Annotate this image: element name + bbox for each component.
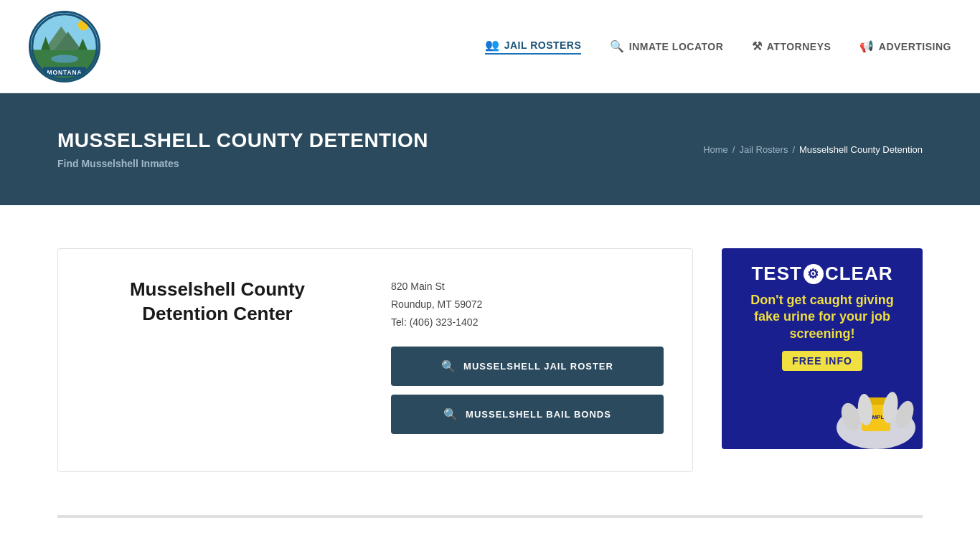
facility-card: Musselshell County Detention Center 820 … [57,248,693,472]
ad-gear-icon: ⚙ [804,264,824,284]
nav-advertising[interactable]: 📢 ADVERTISING [859,39,951,53]
breadcrumb-home[interactable]: Home [703,144,728,155]
search-icon-roster: 🔍 [441,359,456,373]
logo-area: MONTANA [29,11,100,83]
facility-name: Musselshell County Detention Center [87,278,348,326]
bottom-divider [57,515,923,518]
ad-panel[interactable]: TEST⚙CLEAR Don't get caught giving fake … [722,248,923,449]
main-nav: 👥 JAIL ROSTERS 🔍 INMATE LOCATOR ⚒ ATTORN… [485,38,951,55]
ad-hand-illustration: SAMPLE [829,377,923,449]
nav-inmate-locator[interactable]: 🔍 INMATE LOCATOR [610,39,723,53]
content-left: Musselshell County Detention Center 820 … [57,248,693,472]
address-line1: 820 Main St [391,278,664,296]
site-logo[interactable]: MONTANA [29,11,100,83]
main-content: Musselshell County Detention Center 820 … [0,205,980,515]
breadcrumb-sep2: / [792,144,795,155]
address-block: 820 Main St Roundup, MT 59072 Tel: (406)… [391,278,664,332]
bail-bonds-button[interactable]: 🔍 MUSSELSHELL BAIL BONDS [391,395,664,434]
breadcrumb-current: Musselshell County Detention [799,144,923,155]
nav-jail-rosters[interactable]: 👥 JAIL ROSTERS [485,38,581,55]
jail-roster-button[interactable]: 🔍 MUSSELSHELL JAIL ROSTER [391,347,664,386]
inmate-locator-icon: 🔍 [610,39,625,53]
hero-left: MUSSELSHELL COUNTY DETENTION Find Mussel… [57,129,428,169]
breadcrumb-sep1: / [732,144,735,155]
breadcrumb: Home / Jail Rosters / Musselshell County… [703,144,923,155]
breadcrumb-jail-rosters[interactable]: Jail Rosters [739,144,788,155]
ad-title: TEST⚙CLEAR [751,263,892,285]
attorneys-icon: ⚒ [752,39,763,53]
page-title: MUSSELSHELL COUNTY DETENTION [57,129,428,152]
svg-text:MONTANA: MONTANA [47,68,82,75]
site-header: MONTANA 👥 JAIL ROSTERS 🔍 INMATE LOCATOR … [0,0,980,93]
ad-cta[interactable]: FREE INFO [782,351,862,371]
nav-attorneys[interactable]: ⚒ ATTORNEYS [752,39,831,53]
page-subtitle: Find Musselshell Inmates [57,158,428,169]
facility-details: 820 Main St Roundup, MT 59072 Tel: (406)… [391,278,664,443]
advertising-icon: 📢 [859,39,875,53]
ad-title-part1: TEST [751,263,801,285]
address-line2: Roundup, MT 59072 [391,296,664,314]
phone: Tel: (406) 323-1402 [391,314,664,331]
ad-headline: Don't get caught giving fake urine for y… [736,292,908,342]
search-icon-bail: 🔍 [443,408,458,421]
hero-banner: MUSSELSHELL COUNTY DETENTION Find Mussel… [0,93,980,205]
ad-title-part2: CLEAR [825,263,893,285]
svg-point-7 [51,55,78,62]
jail-rosters-icon: 👥 [485,38,500,52]
